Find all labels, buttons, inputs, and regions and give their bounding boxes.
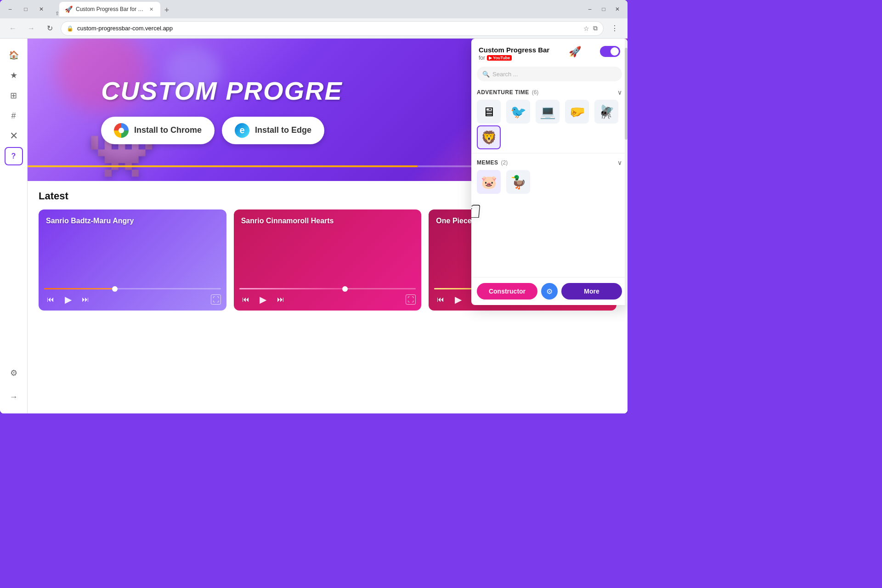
sidebar-item-help[interactable]: ? [5, 147, 23, 165]
constructor-button[interactable]: Constructor [477, 283, 537, 300]
chrome-icon [114, 123, 129, 138]
next-button-1[interactable]: ⏭ [79, 293, 92, 306]
search-placeholder: Search ... [492, 71, 518, 78]
browser-menu-button[interactable]: ⋮ [607, 21, 622, 36]
sidebar-item-hash[interactable]: # [5, 107, 23, 125]
card-buttons-2: ⏮ ▶ ⏭ ⛶ [239, 292, 416, 307]
sidebar-item-home[interactable]: 🏠 [5, 46, 23, 64]
minimize-win-button[interactable]: – [583, 3, 596, 16]
card-progress-bar-2 [239, 288, 416, 289]
next-button-2[interactable]: ⏭ [274, 293, 287, 306]
sidebar-item-navigate[interactable]: → [5, 388, 23, 406]
emoji-fist[interactable]: 🤛 [565, 100, 589, 124]
memes-emoji-grid: 🐷 🦆 [477, 170, 622, 194]
adventure-time-header: ADVENTURE TIME (6) ∨ [477, 89, 622, 96]
banner-buttons: Install to Chrome e Install to Edge [101, 117, 343, 144]
install-edge-button[interactable]: e Install to Edge [222, 117, 324, 144]
browser-frame: – □ ✕ ⇧ 🚀 Custom Progress Bar for YouTu.… [0, 0, 628, 413]
banner-progress-fill [28, 165, 418, 167]
close-win-button[interactable]: ✕ [611, 3, 624, 16]
prev-button-2[interactable]: ⏮ [239, 293, 252, 306]
emoji-nyan[interactable]: 🐷 [477, 170, 501, 194]
maximize-win-button[interactable]: □ [597, 3, 610, 16]
play-button-2[interactable]: ▶ [256, 292, 271, 307]
emoji-bmo[interactable]: 🖥 [477, 100, 501, 124]
settings-button[interactable]: ⚙ [541, 283, 558, 300]
memes-count: (2) [501, 159, 508, 166]
emoji-laptop[interactable]: 💻 [536, 100, 560, 124]
card-cinnamoroll[interactable]: Sanrio Cinnamoroll Hearts ⏮ ▶ [234, 209, 422, 311]
popup-app-title: Custom Progress Bar [479, 46, 549, 54]
minimize-button[interactable]: – [4, 3, 17, 16]
card-title-2: Sanrio Cinnamoroll Hearts [241, 217, 414, 225]
emoji-lion[interactable]: 🦁 [477, 125, 501, 149]
extension-toggle[interactable] [600, 46, 620, 57]
emoji-fly[interactable]: 🪰 [594, 100, 618, 124]
emoji-doge[interactable]: 🦆 [506, 170, 530, 194]
popup-footer: Constructor ⚙ More ☟ [471, 277, 628, 305]
prev-button-1[interactable]: ⏮ [44, 293, 57, 306]
fullscreen-button-1[interactable]: ⛶ [211, 294, 221, 305]
back-button[interactable]: ← [6, 21, 20, 36]
extension-popup: ☞ Custom Progress Bar for ▶ YouTube 🚀 [471, 39, 628, 305]
popup-subtitle: for ▶ YouTube [479, 55, 549, 61]
prev-button-3[interactable]: ⏮ [434, 293, 447, 306]
play-button-3[interactable]: ▶ [451, 292, 465, 307]
memes-chevron[interactable]: ∨ [617, 159, 622, 166]
card-controls-2: ⏮ ▶ ⏭ ⛶ [234, 284, 422, 311]
progress-thumb-2 [342, 286, 348, 292]
adventure-time-emoji-row2: 🦁 [477, 125, 622, 149]
security-icon: 🔒 [67, 25, 74, 32]
card-sanrio-badtz[interactable]: Sanrio Badtz-Maru Angry ⏮ ▶ [39, 209, 226, 311]
adventure-time-chevron[interactable]: ∨ [617, 89, 622, 96]
tab-close-button[interactable]: ✕ [147, 6, 155, 13]
banner-title: CUSTOM PROGRE [101, 76, 343, 106]
tab-title: Custom Progress Bar for YouTu... [76, 6, 144, 12]
fullscreen-button-2[interactable]: ⛶ [406, 294, 416, 305]
sidebar-item-grid[interactable]: ⊞ [5, 86, 23, 105]
popup-search-bar[interactable]: 🔍 Search ... [477, 67, 622, 81]
more-button[interactable]: More [561, 283, 622, 300]
adventure-time-count: (6) [532, 89, 539, 96]
sidebar-item-tools[interactable]: ✕ [5, 127, 23, 145]
memes-header: MEMES (2) ∨ [477, 159, 622, 166]
card-buttons-1: ⏮ ▶ ⏭ ⛶ [44, 292, 221, 307]
search-icon: 🔍 [482, 71, 490, 78]
latest-title: Latest [39, 190, 68, 202]
install-chrome-label: Install to Chrome [134, 125, 202, 135]
progress-thumb-1 [112, 286, 118, 292]
yt-play-icon: ▶ [489, 56, 492, 60]
active-tab[interactable]: 🚀 Custom Progress Bar for YouTu... ✕ [59, 2, 160, 17]
install-chrome-button[interactable]: Install to Chrome [101, 117, 215, 144]
adventure-time-emoji-grid: 🖥 🐦 💻 🤛 🪰 [477, 100, 622, 124]
play-button-1[interactable]: ▶ [61, 292, 75, 307]
close-button[interactable]: ✕ [35, 3, 48, 16]
sidebar-item-favorites[interactable]: ★ [5, 66, 23, 85]
popup-rocket-icon: 🚀 [569, 46, 581, 58]
banner-text-area: CUSTOM PROGRE Install to Chrome e Instal… [101, 76, 343, 144]
yt-label: YouTube [493, 56, 510, 60]
new-tab-button[interactable]: + [160, 4, 173, 17]
section-divider [471, 153, 628, 153]
sidebar-item-settings[interactable]: ⚙ [5, 364, 23, 382]
reload-button[interactable]: ↻ [42, 21, 57, 36]
browser-content: 🏠 ★ ⊞ # ✕ ? ⚙ → 👾 CUSTOM PROGRE [0, 39, 628, 413]
card-playback-controls-2: ⏮ ▶ ⏭ [239, 292, 287, 307]
tab-bar: ⇧ 🚀 Custom Progress Bar for YouTu... ✕ + [51, 2, 580, 17]
maximize-button[interactable]: □ [19, 3, 32, 16]
sidebar: 🏠 ★ ⊞ # ✕ ? ⚙ → [0, 39, 28, 413]
memes-section: MEMES (2) ∨ 🐷 🦆 [471, 155, 628, 198]
edge-icon: e [235, 123, 249, 138]
youtube-logo: ▶ YouTube [487, 55, 512, 61]
card-progress-bar-1 [44, 288, 221, 289]
forward-button[interactable]: → [24, 21, 39, 36]
scrollbar-track [625, 39, 628, 305]
install-edge-label: Install to Edge [255, 125, 311, 135]
address-bar[interactable]: 🔒 custom-progressbar-com.vercel.app ☆ ⧉ [61, 21, 604, 36]
card-controls-1: ⏮ ▶ ⏭ ⛶ [39, 284, 226, 311]
emoji-bird[interactable]: 🐦 [506, 100, 530, 124]
scrollbar-thumb[interactable] [625, 48, 628, 140]
extensions-icon[interactable]: ⧉ [593, 24, 598, 32]
popup-for-text: for [479, 55, 485, 61]
bookmark-icon[interactable]: ☆ [583, 25, 589, 32]
